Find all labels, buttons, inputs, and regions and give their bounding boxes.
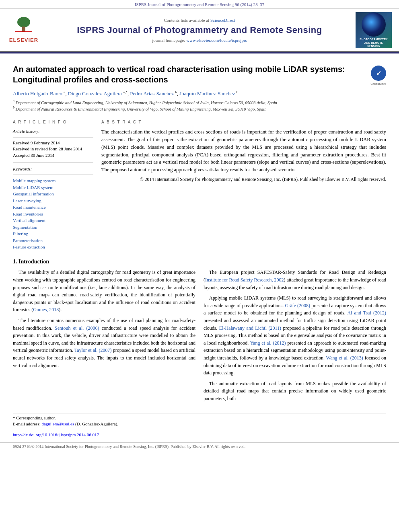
issn-text: 0924-2716/© 2014 International Society f… <box>13 444 245 449</box>
keyword-6[interactable]: Road inventories <box>13 211 93 218</box>
taylor-ref[interactable]: Taylor et al. (2007) <box>74 347 112 353</box>
science-direct-info: Contents lists available at ScienceDirec… <box>164 17 235 23</box>
email-link[interactable]: daguilera@usal.es <box>41 421 74 426</box>
corresponding-label: * Corresponding author. <box>13 415 56 420</box>
article-title-section: An automated approach to vertical road c… <box>13 64 386 86</box>
crossmark-icon: ✓ <box>371 66 386 81</box>
contents-text: Contents lists available at <box>164 18 209 23</box>
main-content: An automated approach to vertical road c… <box>0 53 399 442</box>
intro-right-col: The European project SAFESTAR-Safety Sta… <box>204 269 386 405</box>
doi-bar: http://dx.doi.org/10.1016/j.isprsjprs.20… <box>13 432 386 438</box>
doi-link[interactable]: http://dx.doi.org/10.1016/j.isprsjprs.20… <box>13 432 99 437</box>
elsevier-logo: ELSEVIER <box>7 16 40 44</box>
accepted-date: Accepted 30 June 2014 <box>13 152 93 158</box>
journal-title: ISPRS Journal of Photogrammetry and Remo… <box>77 24 322 37</box>
elsevier-text: ELSEVIER <box>9 37 38 44</box>
intro-body: The availability of a detailed digital c… <box>13 269 386 405</box>
abstract-body: The characterisation the vertical profil… <box>101 129 386 173</box>
keyword-4[interactable]: Laser surveying <box>13 197 93 204</box>
intro-para-2: The literature contains numerous example… <box>13 317 195 369</box>
author-1[interactable]: Alberto Holgado-Barco <box>13 90 62 97</box>
keyword-10[interactable]: Parameterisation <box>13 237 93 244</box>
keywords-line <box>13 175 93 175</box>
bottom-bar: 0924-2716/© 2014 International Society f… <box>0 442 399 451</box>
intro-section: 1. Introduction The availability of a de… <box>13 258 386 406</box>
sentouh-ref[interactable]: Sentouh et al. (2006) <box>55 325 99 331</box>
intro-left-col: The availability of a detailed digital c… <box>13 269 195 405</box>
article-info-abstract: A R T I C L E I N F O Article history: R… <box>13 119 386 250</box>
received-date: Received 9 February 2014 <box>13 140 93 146</box>
section-name: Introduction <box>19 259 49 265</box>
keyword-2[interactable]: Mobile LiDAR system <box>13 184 93 191</box>
crossmark-badge[interactable]: ✓ CrossMark <box>370 66 386 86</box>
el-halawany-ref[interactable]: El-Halawany and Lichtl (2011) <box>219 325 281 331</box>
intro-para-5: The automatic extraction of road layouts… <box>204 380 386 403</box>
author-2[interactable]: Diego Gonzalez-Aguilera <box>68 90 122 97</box>
keywords-section: Keywords: Mobile mapping system Mobile L… <box>13 166 93 251</box>
article-history: Article history: Received 9 February 201… <box>13 128 93 158</box>
abstract-text: The characterisation the vertical profil… <box>101 128 386 174</box>
keyword-3[interactable]: Geospatial information <box>13 191 93 197</box>
article-title: An automated approach to vertical road c… <box>13 64 365 85</box>
safestar-ref[interactable]: Institute for Road Safety Research, 2002 <box>205 277 284 283</box>
svg-text:✓: ✓ <box>376 70 381 77</box>
keyword-8[interactable]: Segmentation <box>13 224 93 231</box>
journal-logo-box: PHOTOGRAMMETRY AND REMOTE SENSING <box>356 12 392 48</box>
ai-tsai-ref[interactable]: Ai and Tsai (2012) <box>347 310 386 316</box>
email-suffix: (D. Gonzalez-Aguilera). <box>75 421 118 426</box>
checkmark-svg: ✓ <box>373 68 384 78</box>
svg-rect-2 <box>22 27 25 32</box>
affiliations: a Department of Cartographic and Land En… <box>13 99 386 112</box>
author-4[interactable]: Joaquín Martinez-Sanchez <box>179 90 235 97</box>
article-info-col: A R T I C L E I N F O Article history: R… <box>13 119 93 250</box>
crossmark-label: CrossMark <box>370 82 386 86</box>
gomes-ref[interactable]: Gomes, 2013 <box>33 307 59 312</box>
intro-para-3: The European project SAFESTAR-Safety Sta… <box>204 269 386 291</box>
section-divider <box>13 116 386 116</box>
copyright-text: © 2014 International Society for Photogr… <box>101 176 386 183</box>
affiliation-b: Department of Natural Resources & Enviro… <box>16 107 267 111</box>
top-bar: ISPRS Journal of Photogrammetry and Remo… <box>0 0 399 9</box>
journal-logo-text: PHOTOGRAMMETRY AND REMOTE SENSING <box>360 38 388 48</box>
section-number: 1. <box>13 259 19 265</box>
keyword-7[interactable]: Vertical alignment <box>13 217 93 224</box>
keyword-9[interactable]: Filtering <box>13 230 93 237</box>
received-revised-date: Received in revised form 28 June 2014 <box>13 146 93 152</box>
keyword-11[interactable]: Feature extraction <box>13 244 93 251</box>
section-title-intro: 1. Introduction <box>13 258 386 266</box>
science-direct-link[interactable]: ScienceDirect <box>210 18 235 23</box>
yang-ref[interactable]: Yang et al. (2012) <box>250 340 286 346</box>
footnote-email: E-mail address: daguilera@usal.es (D. Go… <box>13 421 386 427</box>
abstract-header: A B S T R A C T <box>101 119 386 125</box>
journal-header-center: Contents lists available at ScienceDirec… <box>47 17 352 44</box>
article-info-header: A R T I C L E I N F O <box>13 119 93 125</box>
footnote-area: * Corresponding author. E-mail address: … <box>13 413 386 427</box>
author-3[interactable]: Pedro Arias-Sanchez <box>130 90 174 97</box>
journal-header-left: ELSEVIER <box>7 16 43 44</box>
elsevier-logo-img <box>7 16 40 37</box>
wang-ref[interactable]: Wang et al. (2013) <box>326 355 363 361</box>
email-label: E-mail address: <box>13 421 41 426</box>
svg-point-1 <box>17 17 30 27</box>
globe-icon <box>362 12 386 37</box>
homepage-prefix: journal homepage: <box>152 38 186 43</box>
keywords-divider <box>13 162 93 163</box>
history-line <box>13 137 93 138</box>
journal-header: ELSEVIER Contents lists available at Sci… <box>0 9 399 52</box>
authors-line: Alberto Holgado-Barco a, Diego Gonzalez-… <box>13 90 386 98</box>
intro-para-4: Applying mobile LiDAR systems (MLS) to r… <box>204 294 386 377</box>
grafe-ref[interactable]: Gräfe (2008) <box>285 303 311 308</box>
keyword-1[interactable]: Mobile mapping system <box>13 177 93 184</box>
keywords-label: Keywords: <box>13 166 93 172</box>
keyword-5[interactable]: Road maintenance <box>13 204 93 211</box>
affiliation-a: Department of Cartographic and Land Engi… <box>16 101 277 105</box>
history-label: Article history: <box>13 128 93 134</box>
abstract-col: A B S T R A C T The characterisation the… <box>101 119 386 250</box>
journal-homepage: journal homepage: www.elsevier.com/locat… <box>152 37 247 43</box>
journal-ref: ISPRS Journal of Photogrammetry and Remo… <box>135 2 264 7</box>
homepage-url[interactable]: www.elsevier.com/locate/isprsjprs <box>186 38 247 43</box>
footnote-asterisk: * Corresponding author. <box>13 415 386 421</box>
intro-para-1: The availability of a detailed digital c… <box>13 269 195 314</box>
